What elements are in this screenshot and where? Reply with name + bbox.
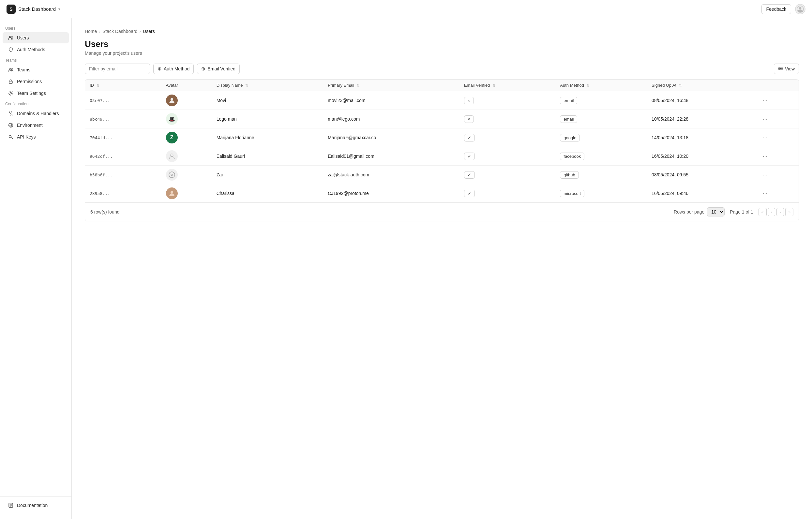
sidebar-item-teams[interactable]: Teams [3, 64, 69, 75]
breadcrumb-project[interactable]: Stack Dashboard [103, 29, 137, 34]
svg-point-1 [799, 7, 802, 9]
table-row: 28958...CharissaCJ1992@proton.me✓microso… [85, 184, 799, 203]
svg-point-4 [9, 68, 10, 69]
table-row: b58b6f...Zaizai@stack-auth.com✓github08/… [85, 165, 799, 184]
cell-avatar [162, 147, 212, 165]
cell-display-name: Charissa [212, 184, 323, 203]
svg-point-3 [11, 36, 13, 37]
cell-id: 03c07... [85, 91, 162, 110]
cell-more: ··· [756, 91, 799, 110]
cell-email-verified: × [460, 91, 555, 110]
cell-auth-method: facebook [555, 147, 647, 165]
sidebar-item-api-keys[interactable]: API Keys [3, 131, 69, 143]
cell-email-verified: ✓ [460, 147, 555, 165]
row-more-button[interactable]: ··· [760, 171, 769, 179]
filter-email-input[interactable] [85, 64, 150, 74]
team-icon [8, 67, 14, 73]
last-page-button[interactable]: » [785, 208, 793, 216]
email-verified-filter-button[interactable]: ⊕ Email Verified [197, 64, 240, 74]
cell-avatar [162, 165, 212, 184]
row-more-button[interactable]: ··· [760, 96, 769, 105]
cell-signed-up: 08/05/2024, 16:48 [647, 91, 756, 110]
next-page-button[interactable]: › [777, 208, 784, 216]
cell-display-name: Lego man [212, 110, 323, 128]
sidebar-item-teams-label: Teams [17, 67, 30, 72]
col-display-name[interactable]: Display Name ⇅ [212, 80, 323, 91]
page-navigation: « ‹ › » [758, 208, 793, 216]
row-more-button[interactable]: ··· [760, 152, 769, 160]
row-more-button[interactable]: ··· [760, 134, 769, 142]
cell-signed-up: 16/05/2024, 10:20 [647, 147, 756, 165]
prev-page-button[interactable]: ‹ [768, 208, 775, 216]
sidebar-item-environment-label: Environment [17, 123, 43, 128]
svg-point-16 [169, 172, 175, 178]
cell-avatar: Z [162, 128, 212, 147]
cell-auth-method: email [555, 110, 647, 128]
row-more-button[interactable]: ··· [760, 115, 769, 123]
svg-point-14 [171, 98, 173, 101]
cell-signed-up: 16/05/2024, 09:46 [647, 184, 756, 203]
main-content: Home › Stack Dashboard › Users Users Man… [72, 18, 812, 519]
cell-more: ··· [756, 147, 799, 165]
users-section-label: Users [0, 24, 71, 32]
sidebar: Users Users Auth Methods Teams Teams Per [0, 18, 72, 519]
book-icon [8, 502, 14, 508]
topbar-right: Feedback [761, 4, 806, 14]
sidebar-item-auth-methods[interactable]: Auth Methods [3, 44, 69, 55]
rows-per-page-label: Rows per page [674, 209, 704, 215]
rows-per-page: Rows per page 10 25 50 [674, 207, 725, 216]
col-auth-method[interactable]: Auth Method ⇅ [555, 80, 647, 91]
breadcrumb-sep-2: › [139, 29, 141, 34]
breadcrumb-home[interactable]: Home [85, 29, 97, 34]
svg-point-2 [9, 36, 11, 38]
sidebar-item-permissions[interactable]: Permissions [3, 76, 69, 87]
cell-more: ··· [756, 128, 799, 147]
col-id[interactable]: ID ⇅ [85, 80, 162, 91]
cell-display-name: Zai [212, 165, 323, 184]
pagination-right: Rows per page 10 25 50 Page 1 of 1 « ‹ ›… [674, 207, 793, 216]
col-signed-up[interactable]: Signed Up At ⇅ [647, 80, 756, 91]
breadcrumb-current: Users [143, 29, 155, 34]
cell-avatar [162, 91, 212, 110]
pagination: 6 row(s) found Rows per page 10 25 50 Pa… [85, 203, 799, 221]
sidebar-item-environment[interactable]: Environment [3, 120, 69, 131]
key-icon [8, 134, 14, 140]
project-logo: S [6, 5, 16, 14]
sidebar-item-permissions-label: Permissions [17, 79, 42, 84]
row-more-button[interactable]: ··· [760, 189, 769, 197]
feedback-button[interactable]: Feedback [761, 4, 791, 14]
cell-auth-method: email [555, 91, 647, 110]
topbar: S Stack Dashboard ▾ Feedback [0, 0, 812, 18]
breadcrumb-sep-1: › [99, 29, 100, 34]
sidebar-item-team-settings[interactable]: Team Settings [3, 88, 69, 99]
col-primary-email[interactable]: Primary Email ⇅ [323, 80, 460, 91]
cell-display-name: Movi [212, 91, 323, 110]
auth-method-filter-button[interactable]: ⊕ Auth Method [153, 64, 194, 74]
toolbar: ⊕ Auth Method ⊕ Email Verified View [85, 64, 799, 74]
plus-circle-icon: ⊕ [157, 66, 162, 72]
first-page-button[interactable]: « [758, 208, 767, 216]
cell-email: MarijanaF@gmaxcar.co [323, 128, 460, 147]
rows-per-page-select[interactable]: 10 25 50 [707, 207, 725, 216]
svg-point-9 [9, 135, 11, 138]
page-info: Page 1 of 1 [730, 209, 753, 215]
view-button[interactable]: View [774, 64, 799, 74]
cell-email: zai@stack-auth.com [323, 165, 460, 184]
cell-avatar [162, 184, 212, 203]
table-row: 7044fd...ZMarijana FlorianneMarijanaF@gm… [85, 128, 799, 147]
sidebar-item-domains[interactable]: Domains & Handlers [3, 108, 69, 119]
sidebar-item-users[interactable]: Users [3, 32, 69, 43]
topbar-chevron-icon: ▾ [58, 7, 60, 11]
sidebar-item-documentation[interactable]: Documentation [3, 500, 69, 511]
cell-email: Ealisaid01@gmail.com [323, 147, 460, 165]
page-subtitle: Manage your project's users [85, 51, 799, 56]
cell-email-verified: ✓ [460, 184, 555, 203]
cell-more: ··· [756, 184, 799, 203]
cell-id: b58b6f... [85, 165, 162, 184]
cell-email: man@lego.com [323, 110, 460, 128]
user-avatar[interactable] [795, 4, 806, 14]
shield-icon [8, 47, 14, 53]
users-icon [8, 35, 14, 41]
cell-signed-up: 14/05/2024, 13:18 [647, 128, 756, 147]
col-email-verified[interactable]: Email Verified ⇅ [460, 80, 555, 91]
